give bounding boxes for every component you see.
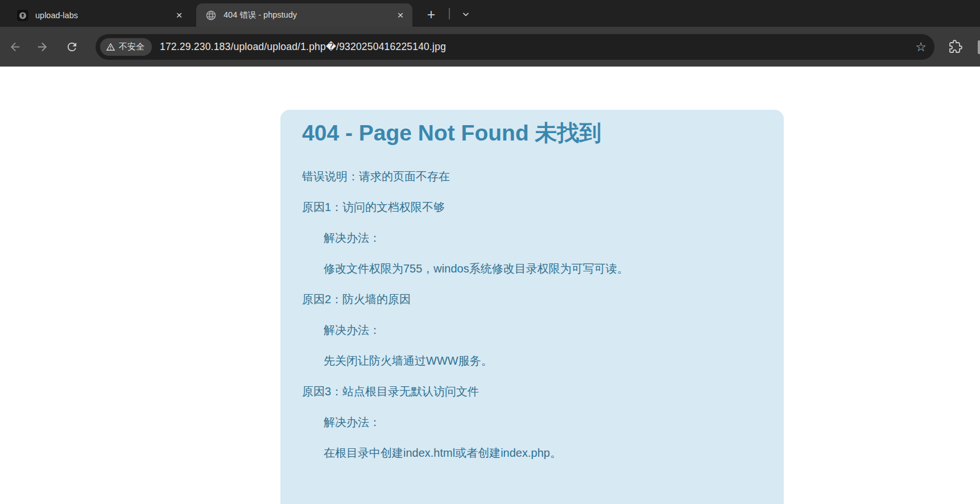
- tab-strip: upload-labs × 404 错误 - phpstudy × +: [0, 0, 980, 27]
- back-button[interactable]: [3, 35, 26, 58]
- reason-3: 原因3：站点根目录无默认访问文件: [302, 384, 761, 399]
- solution-label: 解决办法：: [302, 230, 761, 246]
- reload-button[interactable]: [60, 35, 83, 58]
- solution-label: 解决办法：: [302, 415, 761, 430]
- browser-toolbar: 不安全 172.29.230.183/upload/upload/1.php�/…: [0, 27, 980, 67]
- solution-1: 修改文件权限为755，windos系统修改目录权限为可写可读。: [302, 261, 761, 276]
- forward-button[interactable]: [31, 35, 53, 58]
- page-title: 404 - Page Not Found 未找到: [302, 118, 761, 148]
- solution-2: 先关闭让防火墙通过WWW服务。: [302, 353, 761, 369]
- extensions-button[interactable]: [944, 35, 967, 58]
- chevron-down-icon: [461, 10, 470, 19]
- arrow-right-icon: [36, 40, 49, 53]
- error-description: 错误说明：请求的页面不存在: [302, 169, 761, 184]
- tab-title: 404 错误 - phpstudy: [224, 10, 393, 20]
- arrow-left-icon: [9, 40, 22, 53]
- page-content: 404 - Page Not Found 未找到 错误说明：请求的页面不存在 原…: [0, 67, 980, 504]
- tab-list-button[interactable]: [457, 5, 475, 23]
- tab-404-phpstudy[interactable]: 404 错误 - phpstudy ×: [196, 3, 412, 27]
- address-bar[interactable]: 不安全 172.29.230.183/upload/upload/1.php�/…: [96, 34, 934, 60]
- reload-icon: [65, 40, 78, 53]
- tab-title: upload-labs: [35, 11, 172, 20]
- reason-2: 原因2：防火墙的原因: [302, 292, 761, 307]
- upload-cloud-icon: [17, 10, 28, 21]
- reason-1: 原因1：访问的文档权限不够: [302, 200, 761, 215]
- security-label: 不安全: [119, 42, 144, 52]
- tab-upload-labs[interactable]: upload-labs ×: [8, 3, 191, 27]
- browser-window: upload-labs × 404 错误 - phpstudy × +: [0, 0, 980, 504]
- clipped-toolbar-icon: [978, 40, 980, 54]
- puzzle-piece-icon: [949, 40, 962, 53]
- new-tab-button[interactable]: +: [422, 5, 440, 23]
- error-404-panel: 404 - Page Not Found 未找到 错误说明：请求的页面不存在 原…: [280, 110, 784, 504]
- security-chip[interactable]: 不安全: [100, 38, 152, 56]
- close-icon[interactable]: ×: [172, 8, 187, 23]
- bookmark-star-button[interactable]: ☆: [911, 37, 931, 57]
- url-text: 172.29.230.183/upload/upload/1.php�/9320…: [160, 41, 911, 53]
- solution-3: 在根目录中创建index.html或者创建index.php。: [302, 445, 761, 461]
- warning-triangle-icon: [106, 42, 115, 52]
- tabstrip-separator: [449, 8, 450, 19]
- solution-label: 解决办法：: [302, 323, 761, 338]
- close-icon[interactable]: ×: [393, 8, 408, 23]
- globe-icon: [205, 10, 217, 21]
